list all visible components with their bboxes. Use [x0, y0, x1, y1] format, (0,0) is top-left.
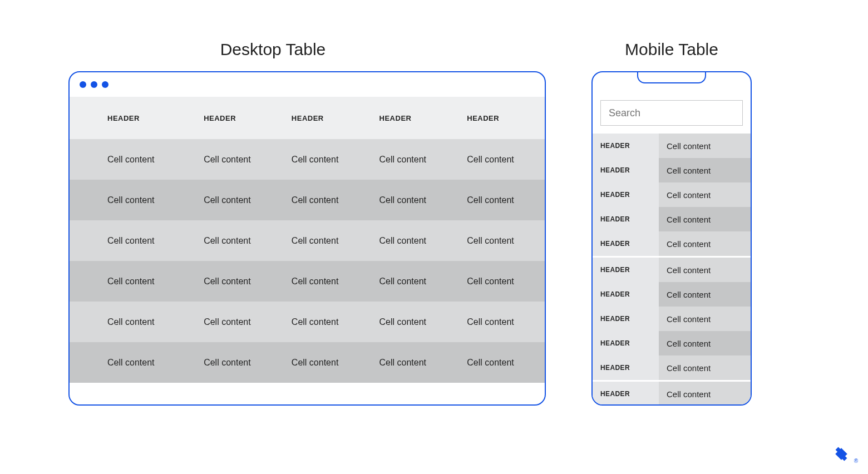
mobile-row-cell: Cell content	[659, 231, 751, 256]
table-header: HEADER	[457, 97, 545, 139]
table-cell: Cell content	[369, 139, 457, 180]
table-row: Cell contentCell contentCell contentCell…	[70, 220, 545, 261]
table-cell: Cell content	[194, 220, 282, 261]
table-row: Cell contentCell contentCell contentCell…	[70, 302, 545, 342]
table-cell: Cell content	[194, 180, 282, 220]
list-item: HEADERCell content	[593, 207, 751, 231]
list-item: HEADERCell content	[593, 158, 751, 182]
table-cell: Cell content	[457, 139, 545, 180]
list-item: HEADERCell content	[593, 382, 751, 406]
list-item: HEADERCell content	[593, 182, 751, 207]
mobile-row-cell: Cell content	[659, 282, 751, 307]
table-cell: Cell content	[70, 302, 194, 342]
mobile-row-cell: Cell content	[659, 207, 751, 231]
list-item: HEADERCell content	[593, 307, 751, 331]
mobile-row-header: HEADER	[593, 182, 659, 207]
table-cell: Cell content	[194, 342, 282, 383]
table-cell: Cell content	[70, 342, 194, 383]
table-cell: Cell content	[282, 261, 369, 302]
desktop-table: HEADER HEADER HEADER HEADER HEADER Cell …	[70, 97, 545, 383]
mobile-row-header: HEADER	[593, 382, 659, 406]
table-cell: Cell content	[457, 261, 545, 302]
table-cell: Cell content	[194, 302, 282, 342]
table-cell: Cell content	[457, 220, 545, 261]
table-cell: Cell content	[194, 139, 282, 180]
mobile-row-cell: Cell content	[659, 182, 751, 207]
table-row: Cell contentCell contentCell contentCell…	[70, 342, 545, 383]
table-cell: Cell content	[70, 220, 194, 261]
table-cell: Cell content	[282, 220, 369, 261]
phone-notch-icon	[637, 71, 706, 83]
trademark-symbol: ®	[854, 458, 858, 464]
mobile-row-cell: Cell content	[659, 258, 751, 282]
table-cell: Cell content	[369, 180, 457, 220]
table-cell: Cell content	[369, 220, 457, 261]
table-cell: Cell content	[282, 342, 369, 383]
table-cell: Cell content	[457, 180, 545, 220]
mobile-row-header: HEADER	[593, 356, 659, 380]
list-item: HEADERCell content	[593, 134, 751, 158]
mobile-row-header: HEADER	[593, 207, 659, 231]
window-controls	[70, 72, 545, 97]
mobile-device: HEADERCell contentHEADERCell contentHEAD…	[591, 71, 752, 406]
window-dot-icon	[102, 81, 108, 88]
list-item: HEADERCell content	[593, 331, 751, 356]
mobile-row-header: HEADER	[593, 331, 659, 356]
mobile-row-header: HEADER	[593, 231, 659, 256]
mobile-row-header: HEADER	[593, 258, 659, 282]
window-dot-icon	[80, 81, 86, 88]
mobile-row-header: HEADER	[593, 158, 659, 182]
mobile-row-header: HEADER	[593, 307, 659, 331]
list-item: HEADERCell content	[593, 356, 751, 380]
table-row: Cell contentCell contentCell contentCell…	[70, 261, 545, 302]
toptal-logo-icon	[831, 444, 851, 464]
mobile-row-cell: Cell content	[659, 307, 751, 331]
table-cell: Cell content	[282, 139, 369, 180]
table-header: HEADER	[282, 97, 369, 139]
desktop-title: Desktop Table	[0, 40, 546, 59]
search-input[interactable]	[600, 100, 743, 126]
table-cell: Cell content	[70, 180, 194, 220]
list-item: HEADERCell content	[593, 282, 751, 307]
mobile-title: Mobile Table	[583, 40, 761, 59]
list-item: HEADERCell content	[593, 231, 751, 256]
mobile-row-cell: Cell content	[659, 382, 751, 406]
table-cell: Cell content	[70, 139, 194, 180]
table-header-row: HEADER HEADER HEADER HEADER HEADER	[70, 97, 545, 139]
mobile-row-cell: Cell content	[659, 331, 751, 356]
mobile-table: HEADERCell contentHEADERCell contentHEAD…	[593, 134, 751, 406]
table-cell: Cell content	[282, 302, 369, 342]
table-header: HEADER	[194, 97, 282, 139]
table-cell: Cell content	[457, 342, 545, 383]
list-item: HEADERCell content	[593, 258, 751, 282]
table-cell: Cell content	[70, 261, 194, 302]
desktop-window: HEADER HEADER HEADER HEADER HEADER Cell …	[68, 71, 546, 406]
table-cell: Cell content	[194, 261, 282, 302]
mobile-row-header: HEADER	[593, 282, 659, 307]
mobile-row-cell: Cell content	[659, 356, 751, 380]
table-cell: Cell content	[282, 180, 369, 220]
table-cell: Cell content	[369, 302, 457, 342]
table-row: Cell contentCell contentCell contentCell…	[70, 180, 545, 220]
table-header: HEADER	[70, 97, 194, 139]
mobile-row-cell: Cell content	[659, 158, 751, 182]
mobile-row-header: HEADER	[593, 134, 659, 158]
table-cell: Cell content	[369, 261, 457, 302]
table-cell: Cell content	[369, 342, 457, 383]
table-header: HEADER	[369, 97, 457, 139]
window-dot-icon	[91, 81, 97, 88]
table-cell: Cell content	[457, 302, 545, 342]
mobile-row-cell: Cell content	[659, 134, 751, 158]
table-row: Cell contentCell contentCell contentCell…	[70, 139, 545, 180]
